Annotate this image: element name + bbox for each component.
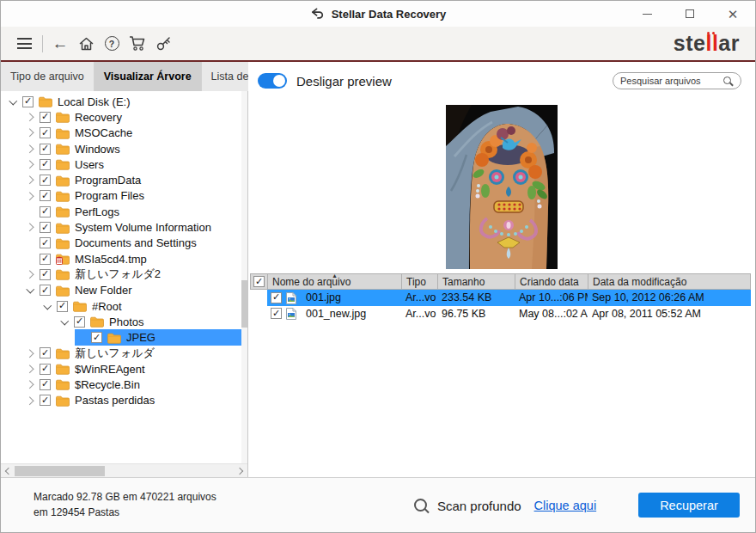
scrollbar-thumb[interactable] xyxy=(241,280,247,328)
tree-item[interactable]: JPEG xyxy=(1,329,247,345)
tree-item[interactable]: Photos xyxy=(1,314,247,329)
row-checkbox[interactable] xyxy=(271,308,282,319)
tree-checkbox[interactable] xyxy=(40,190,51,201)
folder-icon xyxy=(56,395,70,407)
chevron-placeholder xyxy=(23,205,37,218)
tree-indent xyxy=(1,283,23,298)
tree-checkbox[interactable] xyxy=(40,206,51,217)
help-icon[interactable]: ? xyxy=(101,33,123,55)
tree-vertical-scrollbar[interactable] xyxy=(241,91,247,463)
column-header[interactable]: Nome do arquivo▴ xyxy=(268,274,402,289)
tree-indent xyxy=(1,361,23,377)
preview-toggle[interactable] xyxy=(258,73,287,89)
menu-icon[interactable] xyxy=(13,33,35,55)
tree-item[interactable]: PerfLogs xyxy=(1,204,247,219)
tree-item[interactable]: MSOCache xyxy=(1,126,247,141)
tree-checkbox[interactable] xyxy=(40,379,51,390)
close-button[interactable]: ✕ xyxy=(724,5,741,22)
maximize-button[interactable] xyxy=(681,5,698,22)
cart-icon[interactable] xyxy=(126,33,149,55)
tree-item[interactable]: System Volume Information xyxy=(1,219,247,235)
tree-item[interactable]: #Root xyxy=(1,298,247,314)
tree-checkbox[interactable] xyxy=(40,237,51,248)
chevron-collapsed-icon[interactable] xyxy=(23,142,37,156)
tree-item[interactable]: Program Files xyxy=(1,188,247,204)
chevron-collapsed-icon[interactable] xyxy=(23,174,37,187)
recover-button[interactable]: Recuperar xyxy=(638,493,740,518)
tree-checkbox[interactable] xyxy=(57,301,68,312)
tree-item[interactable]: 新しいフォルダ2 xyxy=(1,266,247,282)
chevron-collapsed-icon[interactable] xyxy=(23,362,37,376)
tree-checkbox[interactable] xyxy=(40,395,51,406)
tree-item[interactable]: MSIa5cd4.tmp xyxy=(1,251,247,266)
search-input[interactable] xyxy=(620,76,722,86)
title-bar: Stellar Data Recovery ✕ xyxy=(1,1,755,27)
table-row[interactable]: 001.jpgAr...vo233.54 KBApr 10...:06 PMSe… xyxy=(250,290,751,306)
tree-item-label: 新しいフォルダ xyxy=(75,346,155,361)
tree-checkbox[interactable] xyxy=(74,316,85,328)
tree-checkbox[interactable] xyxy=(40,127,51,138)
tree-horizontal-scrollbar[interactable] xyxy=(1,463,247,477)
chevron-expanded-icon[interactable] xyxy=(6,95,20,108)
tree-item[interactable]: Users xyxy=(1,156,247,172)
minimize-button[interactable] xyxy=(638,5,655,22)
chevron-expanded-icon[interactable] xyxy=(40,299,54,313)
tree-item-label: Users xyxy=(75,158,104,171)
scrollbar-thumb[interactable] xyxy=(15,466,105,476)
chevron-collapsed-icon[interactable] xyxy=(23,346,37,360)
tree-item[interactable]: Documents and Settings xyxy=(1,236,247,251)
file-size: 96.75 KB xyxy=(437,306,515,322)
chevron-placeholder xyxy=(75,331,88,345)
chevron-collapsed-icon[interactable] xyxy=(23,394,37,407)
tree-checkbox[interactable] xyxy=(40,364,51,375)
column-header[interactable]: Criando data xyxy=(515,274,588,289)
tree-item[interactable]: Local Disk (E:) xyxy=(1,94,247,109)
chevron-collapsed-icon[interactable] xyxy=(23,267,37,281)
tree-checkbox[interactable] xyxy=(40,175,51,186)
column-header[interactable]: Tamanho xyxy=(438,274,515,289)
column-header[interactable]: Tipo xyxy=(402,274,438,289)
home-icon[interactable] xyxy=(75,33,97,55)
tab-2[interactable]: Visualizar Árvore xyxy=(94,62,202,91)
row-checkbox[interactable] xyxy=(271,292,282,303)
tree-checkbox[interactable] xyxy=(40,159,51,170)
tree-checkbox[interactable] xyxy=(91,332,102,343)
tree-checkbox[interactable] xyxy=(40,144,51,155)
scroll-left-arrow[interactable] xyxy=(1,464,15,478)
tree-item[interactable]: $Recycle.Bin xyxy=(1,377,247,392)
tree-item[interactable]: Pastas perdidas xyxy=(1,393,247,408)
chevron-collapsed-icon[interactable] xyxy=(23,157,37,171)
tree-item[interactable]: $WinREAgent xyxy=(1,361,247,377)
chevron-collapsed-icon[interactable] xyxy=(23,221,37,235)
tree-checkbox[interactable] xyxy=(22,96,34,107)
tree-checkbox[interactable] xyxy=(40,347,51,358)
scroll-right-arrow[interactable] xyxy=(234,464,247,478)
select-all-checkbox[interactable] xyxy=(253,276,265,287)
search-icon[interactable] xyxy=(722,76,734,87)
chevron-expanded-icon[interactable] xyxy=(58,315,71,328)
tree-item[interactable]: Windows xyxy=(1,141,247,156)
key-icon[interactable] xyxy=(152,33,174,55)
chevron-collapsed-icon[interactable] xyxy=(23,110,37,124)
tree-checkbox[interactable] xyxy=(40,254,51,265)
tree-checkbox[interactable] xyxy=(40,285,51,296)
tree-indent xyxy=(1,266,23,282)
chevron-collapsed-icon[interactable] xyxy=(23,126,37,140)
deep-scan-link[interactable]: Clique aqui xyxy=(534,499,597,512)
tree-item[interactable]: ProgramData xyxy=(1,172,247,187)
deep-scan-icon xyxy=(413,498,430,514)
chevron-collapsed-icon[interactable] xyxy=(23,377,37,391)
tree-checkbox[interactable] xyxy=(40,222,51,233)
tab-1[interactable]: Tipo de arquivo xyxy=(1,62,94,91)
tree-checkbox[interactable] xyxy=(40,112,51,123)
tree-item[interactable]: 新しいフォルダ xyxy=(1,346,247,361)
back-icon[interactable]: ← xyxy=(49,33,71,55)
table-row[interactable]: 001_new.jpgAr...vo96.75 KBMay 08...:02 A… xyxy=(250,306,751,322)
chevron-expanded-icon[interactable] xyxy=(23,284,37,297)
tree-item[interactable]: Recovery xyxy=(1,109,247,125)
tree-checkbox[interactable] xyxy=(40,269,51,280)
chevron-collapsed-icon[interactable] xyxy=(23,189,37,203)
tree-item[interactable]: New Folder xyxy=(1,283,247,298)
column-header[interactable]: Data da modificação xyxy=(588,274,750,289)
tree-indent xyxy=(1,236,23,251)
